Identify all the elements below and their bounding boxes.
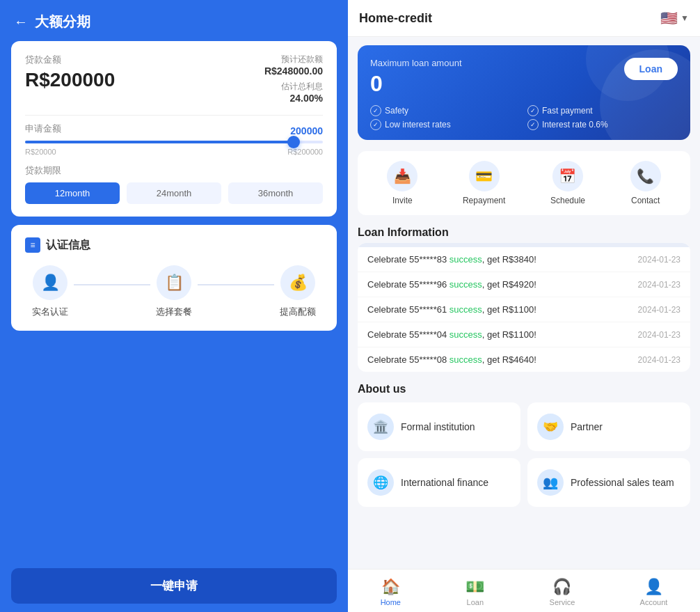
term-btn-24[interactable]: 24month — [127, 182, 221, 204]
slider-track[interactable] — [25, 141, 323, 143]
row-suffix-4: , get R$4640! — [482, 354, 536, 365]
repay-label: 预计还款额 — [264, 54, 323, 65]
feature-label-low: Low interest rates — [385, 120, 451, 130]
feature-safety: ✓ Safety — [370, 105, 520, 116]
formal-icon: 🏛️ — [367, 414, 394, 440]
row-status-4: success — [447, 354, 482, 365]
check-icon-safety: ✓ — [370, 105, 381, 116]
international-icon: 🌐 — [367, 469, 394, 496]
banner-features: ✓ Safety ✓ Fast payment ✓ Low interest r… — [370, 105, 678, 130]
action-label-contact: Contact — [631, 196, 660, 205]
action-contact[interactable]: 📞 Contact — [630, 161, 661, 205]
term-btn-12[interactable]: 12month — [25, 182, 120, 204]
feature-label-safety: Safety — [385, 106, 408, 116]
nav-label-loan: Loan — [467, 598, 484, 606]
repay-value: R$248000.00 — [264, 65, 323, 77]
feature-interest-rate: ✓ Interest rate 0.6% — [527, 119, 678, 130]
term-label: 贷款期限 — [25, 164, 323, 177]
nav-service[interactable]: 🎧 Service — [540, 575, 585, 609]
nav-home[interactable]: 🏠 Home — [371, 575, 411, 609]
loan-top-row: 贷款金额 R$200000 预计还款额 R$248000.00 估计总利息 24… — [25, 54, 323, 108]
about-card-sales[interactable]: 👥 Professional sales team — [527, 458, 690, 507]
left-panel: ← 大额分期 贷款金额 R$200000 预计还款额 R$248000.00 估… — [0, 0, 348, 612]
right-header: Home-credit 🇺🇸 ▼ — [348, 0, 700, 37]
row-date-4: 2024-01-23 — [638, 355, 681, 365]
slider-thumb[interactable] — [287, 136, 300, 148]
row-text-2: Celebrate 55*****61 success, get R$1100! — [367, 304, 536, 315]
action-invite[interactable]: 📥 Invite — [387, 161, 417, 205]
left-header: ← 大额分期 — [0, 0, 348, 41]
apply-btn-container: 一键申请 — [0, 560, 348, 612]
nav-loan[interactable]: 💵 Loan — [456, 575, 494, 609]
loan-amount-section: 贷款金额 R$200000 — [25, 54, 115, 101]
row-prefix-0: Celebrate 55*****83 — [367, 254, 447, 265]
step-circle-3: 💰 — [280, 265, 315, 300]
max-label: Maximum loan amount — [370, 58, 678, 68]
about-card-international[interactable]: 🌐 International finance — [358, 458, 520, 507]
action-schedule[interactable]: 📅 Schedule — [550, 161, 585, 205]
quick-actions: 📥 Invite 💳 Repayment 📅 Schedule 📞 Contac… — [358, 151, 690, 215]
about-label-formal: Formal institution — [401, 421, 475, 432]
feature-low-interest: ✓ Low interest rates — [370, 119, 520, 130]
row-status-1: success — [447, 279, 482, 290]
auth-step-3[interactable]: 💰 提高配额 — [280, 265, 316, 318]
back-arrow-icon[interactable]: ← — [14, 14, 28, 30]
divider — [25, 115, 323, 116]
language-selector[interactable]: 🇺🇸 ▼ — [660, 10, 689, 26]
row-prefix-4: Celebrate 55*****08 — [367, 354, 447, 365]
about-card-partner[interactable]: 🤝 Partner — [527, 402, 690, 451]
about-label-sales: Professional sales team — [571, 477, 674, 488]
slider-container[interactable]: 200000 — [25, 141, 323, 143]
auth-card: ≡ 认证信息 👤 实名认证 📋 选择套餐 💰 提高配额 — [11, 225, 337, 331]
row-suffix-3: , get R$1100! — [482, 329, 536, 340]
auth-steps: 👤 实名认证 📋 选择套餐 💰 提高配额 — [25, 265, 323, 318]
step-circle-2: 📋 — [157, 265, 191, 300]
row-text-1: Celebrate 55*****96 success, get R$4920! — [367, 279, 536, 290]
contact-icon: 📞 — [630, 161, 661, 191]
action-repayment[interactable]: 💳 Repayment — [463, 161, 505, 205]
loan-info-row-1: Celebrate 55*****96 success, get R$4920!… — [358, 272, 690, 297]
about-card-formal[interactable]: 🏛️ Formal institution — [358, 402, 520, 451]
auth-step-2[interactable]: 📋 选择套餐 — [156, 265, 192, 318]
apply-button[interactable]: 一键申请 — [11, 568, 337, 604]
feature-label-rate: Interest rate 0.6% — [542, 120, 608, 130]
row-date-3: 2024-01-23 — [638, 330, 681, 340]
step-connector-1 — [74, 284, 150, 285]
row-status-0: success — [447, 254, 482, 265]
feature-fast-payment: ✓ Fast payment — [527, 105, 678, 116]
repayment-icon: 💳 — [469, 161, 500, 191]
nav-account[interactable]: 👤 Account — [630, 575, 678, 609]
step-label-2: 选择套餐 — [156, 306, 192, 318]
nav-label-service: Service — [550, 598, 575, 606]
row-suffix-0: , get R$3840! — [482, 254, 536, 265]
loan-amount-value: R$200000 — [25, 69, 115, 91]
auth-step-1[interactable]: 👤 实名认证 — [32, 265, 68, 318]
auth-title: 认证信息 — [46, 238, 90, 253]
loan-info-row-3: Celebrate 55*****04 success, get R$1100!… — [358, 322, 690, 347]
about-label-partner: Partner — [571, 421, 603, 432]
row-text-0: Celebrate 55*****83 success, get R$3840! — [367, 254, 536, 265]
step-label-3: 提高配额 — [280, 306, 316, 318]
auth-header: ≡ 认证信息 — [25, 237, 323, 253]
max-value: 0 — [370, 71, 678, 97]
row-suffix-2: , get R$1100! — [482, 304, 536, 315]
right-panel: Home-credit 🇺🇸 ▼ Maximum loan amount 0 L… — [348, 0, 700, 612]
apply-label: 申请金额 — [25, 123, 323, 135]
app-name: Home-credit — [359, 11, 432, 26]
loan-cta-button[interactable]: Loan — [624, 58, 678, 80]
chevron-down-icon: ▼ — [681, 13, 689, 23]
feature-label-fast: Fast payment — [542, 106, 593, 116]
page-title: 大额分期 — [35, 13, 90, 31]
schedule-icon: 📅 — [552, 161, 583, 191]
bottom-nav: 🏠 Home 💵 Loan 🎧 Service 👤 Account — [348, 569, 700, 612]
loan-info-row-4: Celebrate 55*****08 success, get R$4640!… — [358, 347, 690, 372]
about-grid: 🏛️ Formal institution 🤝 Partner 🌐 Intern… — [358, 402, 690, 507]
check-icon-rate: ✓ — [527, 119, 539, 130]
row-prefix-1: Celebrate 55*****96 — [367, 279, 447, 290]
loan-info-card: Celebrate 55*****83 success, get R$3840!… — [358, 243, 690, 372]
check-icon-fast: ✓ — [527, 105, 539, 116]
slider-fill — [25, 141, 293, 143]
service-icon: 🎧 — [552, 578, 571, 596]
about-title: About us — [358, 380, 690, 397]
term-btn-36[interactable]: 36month — [228, 182, 323, 204]
